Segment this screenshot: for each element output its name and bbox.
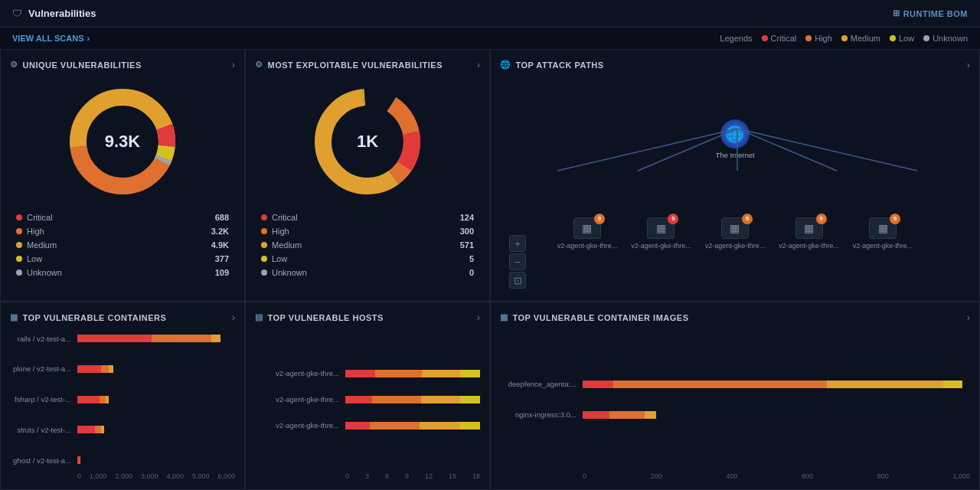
zoom-in-button[interactable]: +: [509, 235, 526, 252]
zoom-out-button[interactable]: −: [509, 253, 526, 270]
high-seg: [152, 335, 211, 342]
badge-1: 9: [668, 214, 678, 224]
unknown-dot: [923, 35, 929, 41]
svg-line-10: [638, 129, 737, 171]
main-grid: ⚙ UNIQUE VULNERABILITIES ›: [0, 49, 980, 490]
container-track-1: [77, 365, 235, 373]
images-x-axis: 0 200 400 600 800 1,000: [500, 472, 970, 480]
legend-unknown: Unknown: [923, 34, 968, 43]
host-track-0: [345, 370, 480, 377]
legends-bar: Legends Critical High Medium Low Unknown: [720, 34, 968, 43]
panel-header-images: ▦ TOP VULNERABLE CONTAINER IMAGES ›: [500, 312, 970, 323]
server-box-1: ▦ 9: [647, 217, 675, 239]
server-node-2: ▦ 9 v2-agent-gke-thre...: [705, 217, 766, 250]
header: 🛡 Vulnerabilities ⊞ RUNTIME BOM: [0, 0, 980, 28]
exploit-row-low: Low 5: [261, 254, 474, 263]
panel-nav-attack[interactable]: ›: [967, 59, 970, 70]
runtime-bom-button[interactable]: ⊞ RUNTIME BOM: [893, 8, 968, 18]
unique-total: 9.3K: [105, 132, 140, 152]
view-all-scans-link[interactable]: VIEW ALL SCANS ›: [12, 34, 90, 43]
badge-4: 9: [890, 214, 900, 224]
exploit-row-critical: Critical 124: [261, 213, 474, 222]
containers-bar-chart: rails / v2-test-a... plone / v2-test-a..…: [10, 329, 235, 469]
hosts-x-axis: 0 3 6 9 12 15 18: [255, 472, 480, 480]
connection-lines: [515, 129, 959, 205]
host-bar-2: v2-agent-gke-thre...: [255, 420, 480, 432]
image-label-1: nginx-ingress:3.0...: [500, 410, 577, 419]
server-box-2: ▦ 9: [721, 217, 749, 239]
panel-nav-exploitable[interactable]: ›: [477, 59, 480, 70]
container-label-4: ghost / v2-test-a...: [10, 456, 71, 465]
panel-nav-hosts[interactable]: ›: [477, 312, 480, 323]
images-bar-chart: deepfence_agenta:... nginx-ingress:3.0..…: [500, 329, 970, 469]
panel-title-hosts: ▤ TOP VULNERABLE HOSTS: [255, 312, 384, 322]
container-bar-1: plone / v2-test-a...: [10, 363, 235, 375]
chart-icon: ⚙: [10, 60, 18, 70]
chevron-right-icon: ›: [87, 34, 90, 43]
panel-nav-unique[interactable]: ›: [232, 59, 235, 70]
top-containers-panel: ▦ TOP VULNERABLE CONTAINERS › rails / v2…: [0, 302, 245, 490]
container-bar-3: struts / v2-test-...: [10, 423, 235, 436]
vuln-row-unknown: Unknown 109: [16, 268, 229, 277]
host-label-2: v2-agent-gke-thre...: [255, 421, 339, 430]
top-hosts-panel: ▤ TOP VULNERABLE HOSTS › v2-agent-gke-th…: [245, 302, 490, 490]
panel-header-unique: ⚙ UNIQUE VULNERABILITIES ›: [10, 59, 235, 70]
legends-label: Legends: [720, 34, 752, 43]
badge-2: 9: [742, 214, 753, 224]
server-nodes-row: ▦ 9 v2-agent-gke-thre... ▦ 9 v2-agent-gk…: [557, 217, 913, 250]
container-label-2: fsharp / v2-test-...: [10, 395, 71, 403]
header-left: 🛡 Vulnerabilities: [12, 8, 96, 19]
medium-seg: [211, 335, 220, 342]
container-label-1: plone / v2-test-a...: [10, 364, 71, 373]
panel-nav-containers[interactable]: ›: [232, 312, 235, 323]
attack-icon: 🌐: [500, 60, 511, 70]
server-label-0: v2-agent-gke-thre...: [557, 242, 618, 250]
container-track-3: [77, 426, 235, 433]
image-bar-1: nginx-ingress:3.0...: [500, 409, 970, 421]
attack-paths-panel: 🌐 TOP ATTACK PATHS › 🌐 The Internet: [490, 49, 980, 302]
host-bar-1: v2-agent-gke-thre...: [255, 394, 480, 406]
panel-title-unique: ⚙ UNIQUE VULNERABILITIES: [10, 60, 142, 70]
exploit-row-high: High 300: [261, 227, 474, 236]
container-icon: ▦: [10, 312, 18, 322]
fit-view-button[interactable]: ⊡: [509, 272, 526, 289]
server-label-1: v2-agent-gke-thre...: [631, 242, 691, 250]
badge-3: 9: [816, 214, 827, 224]
runtime-bom-icon: ⊞: [893, 8, 900, 18]
low-indicator: [16, 256, 22, 262]
panel-title-attack: 🌐 TOP ATTACK PATHS: [500, 60, 604, 70]
unique-donut-wrap: 9.3K: [10, 77, 235, 207]
panel-nav-images[interactable]: ›: [967, 312, 970, 323]
container-track-4: [77, 456, 235, 464]
server-box-3: ▦ 9: [795, 217, 823, 239]
container-track-0: [77, 335, 235, 342]
container-label-0: rails / v2-test-a...: [10, 335, 71, 343]
exploit-icon: ⚙: [255, 60, 263, 70]
attack-graph: 🌐 The Internet ▦ 9 v2-agent-gke-thre...: [500, 77, 970, 292]
server-label-4: v2-agent-gke-thre...: [853, 242, 913, 250]
host-icon: ▤: [255, 312, 263, 322]
critical-dot: [762, 35, 768, 41]
legend-medium: Medium: [841, 34, 880, 43]
svg-line-13: [737, 129, 917, 171]
svg-line-9: [557, 129, 737, 171]
container-bar-2: fsharp / v2-test-...: [10, 394, 235, 406]
server-box-4: ▦ 9: [869, 217, 897, 239]
container-label-3: struts / v2-test-...: [10, 426, 71, 434]
svg-line-12: [737, 129, 837, 171]
unique-legend: Critical 688 High 3.2K Medium 4.9K: [10, 213, 235, 277]
server-node-1: ▦ 9 v2-agent-gke-thre...: [631, 217, 691, 250]
vuln-row-medium: Medium 4.9K: [16, 240, 229, 250]
most-exploitable-panel: ⚙ MOST EXPLOITABLE VULNERABILITIES › 1K: [245, 49, 490, 302]
page-title: Vulnerabilities: [28, 8, 96, 19]
subheader: VIEW ALL SCANS › Legends Critical High M…: [0, 28, 980, 49]
vuln-row-critical: Critical 688: [16, 213, 229, 222]
exploitable-total: 1K: [357, 132, 378, 152]
container-bar-4: ghost / v2-test-a...: [10, 454, 235, 466]
panel-title-images: ▦ TOP VULNERABLE CONTAINER IMAGES: [500, 312, 689, 322]
container-track-2: [77, 396, 235, 403]
host-label-1: v2-agent-gke-thre...: [255, 395, 339, 403]
exploitable-donut-container: 1K: [306, 77, 429, 207]
server-node-0: ▦ 9 v2-agent-gke-thre...: [557, 217, 618, 250]
panel-header-containers: ▦ TOP VULNERABLE CONTAINERS ›: [10, 312, 235, 323]
